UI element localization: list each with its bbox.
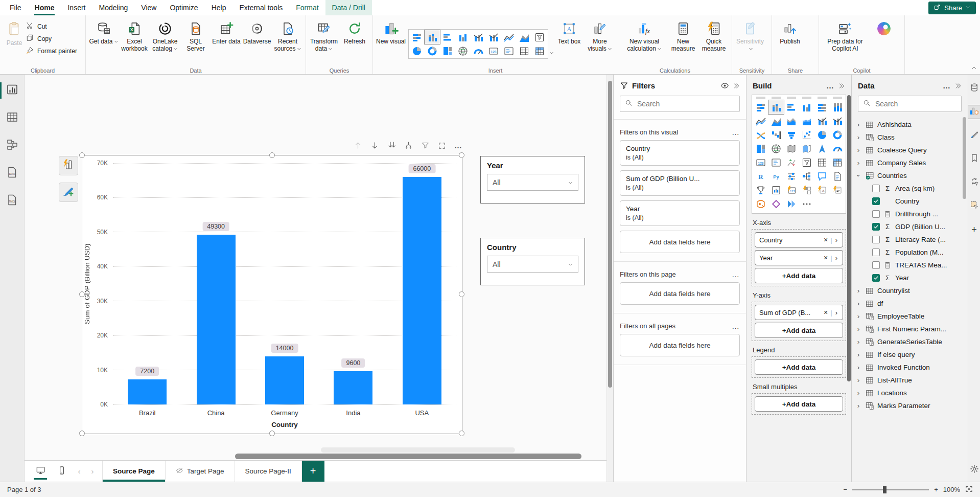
prev-page-arrow[interactable]: ‹ [73, 461, 86, 482]
filter-section-more-icon[interactable]: … [732, 270, 740, 279]
visual-text-slicer-icon[interactable]: A [814, 183, 830, 197]
visual-r-script-visual-icon[interactable]: R [753, 169, 768, 183]
format-visual-button[interactable] [59, 183, 78, 202]
collapse-filters-pane-icon[interactable] [733, 82, 740, 89]
insert-visual-card-icon[interactable]: 123 [486, 44, 501, 58]
text-box-button[interactable]: AText box [554, 19, 585, 46]
visual-line-and-clustered-column-chart-icon[interactable] [830, 114, 845, 128]
field-row-drillthrough[interactable]: Drillthrough ... [855, 208, 968, 220]
new-page-button[interactable]: + [302, 461, 324, 482]
slicer-year[interactable]: YearAll [480, 156, 585, 204]
double-arrow-down-icon[interactable] [387, 141, 396, 150]
page-tab-target-page[interactable]: Target Page [166, 461, 235, 482]
collapse-ribbon-icon[interactable] [971, 64, 977, 73]
build-pane-scrollbar[interactable] [847, 95, 851, 381]
page-tab-source-page-ii[interactable]: Source Page-II [235, 461, 302, 482]
table-row-employeetable[interactable]: ›EmployeeTable [855, 310, 968, 323]
add-data-button[interactable]: +Add data [755, 359, 843, 375]
eye-icon[interactable] [720, 81, 729, 90]
zoom-out-button[interactable]: − [844, 486, 848, 493]
zoom-slider-thumb[interactable] [883, 486, 886, 493]
visual-gauge-icon[interactable] [830, 142, 845, 155]
field-row-year[interactable]: ΣYear [855, 272, 968, 284]
menu-tab-external-tools[interactable]: External tools [232, 0, 289, 15]
bar-brazil[interactable] [128, 379, 167, 404]
insert-visual-line-and-stacked-column-chart-icon[interactable] [471, 30, 486, 44]
table-row-generateseriestable[interactable]: ›GenerateSeriesTable [855, 335, 968, 348]
insert-visual-matrix-icon[interactable] [532, 44, 547, 58]
table-row-countrylist[interactable]: ›Countrylist [855, 284, 968, 297]
bookmark-pane-button[interactable] [968, 152, 980, 166]
build-pane-more-icon[interactable]: … [826, 81, 834, 90]
visual-get-more-visuals-icon[interactable] [799, 197, 814, 211]
filter-card-country[interactable]: Countryis (All) [620, 140, 740, 166]
expand-icon[interactable]: › [855, 287, 862, 295]
expand-icon[interactable]: › [855, 338, 862, 346]
add-pane-pane-button[interactable]: + [968, 223, 980, 236]
dataverse-button[interactable]: Dataverse [242, 19, 272, 46]
table-row-if-else-query[interactable]: ›If else query [855, 348, 968, 361]
selection-handle[interactable] [79, 152, 85, 158]
fit-to-page-icon[interactable] [965, 485, 973, 494]
zoom-slider[interactable] [852, 489, 929, 490]
field-options-icon[interactable]: › [832, 309, 838, 317]
data-search-input[interactable] [874, 99, 969, 108]
checkbox-checked[interactable] [872, 197, 880, 205]
expand-icon[interactable]: › [855, 402, 862, 410]
table-row-countries[interactable]: ›Countries [855, 169, 968, 182]
add-data-fields-dropzone[interactable]: Add data fields here [620, 231, 740, 253]
checkbox-unchecked[interactable] [872, 185, 880, 192]
table-row-marks-parameter[interactable]: ›Marks Parameter [855, 399, 968, 412]
menu-tab-home[interactable]: Home [28, 0, 61, 15]
expand-icon[interactable]: › [855, 300, 862, 307]
copy-button[interactable]: Copy [26, 33, 77, 44]
menu-tab-data-drill[interactable]: Data / Drill [325, 0, 372, 15]
visual-power-bi-report-icon[interactable] [768, 183, 784, 197]
insert-visual-stacked-bar-chart-icon[interactable] [409, 30, 425, 44]
insert-visual-slicer-icon[interactable] [532, 30, 547, 44]
focus-mode-icon[interactable] [438, 142, 446, 150]
checkbox-checked[interactable] [872, 274, 880, 282]
selection-handle[interactable] [79, 291, 85, 297]
expand-icon[interactable]: › [855, 146, 862, 154]
filter-card-sum-of-gdp-billion-u[interactable]: Sum of GDP (Billion U...is (All) [620, 170, 740, 196]
table-row-invoked-function[interactable]: ›Invoked Function [855, 361, 968, 374]
insert-visual-clustered-column-chart-icon[interactable] [455, 30, 471, 44]
visual-list-slicer-icon[interactable] [830, 183, 845, 197]
filter-section-more-icon[interactable]: … [732, 128, 740, 137]
insert-visual-stacked-column-chart-icon[interactable] [425, 30, 440, 44]
visual-treemap-icon[interactable] [753, 142, 768, 155]
field-row-country[interactable]: Country [855, 195, 968, 208]
visual-stacked-area-chart-icon[interactable] [784, 114, 799, 128]
build-visual-pane-button[interactable] [968, 105, 980, 119]
sidebar-model-view-button[interactable] [0, 137, 25, 154]
slicer-dropdown[interactable]: All [487, 174, 578, 191]
visual-azure-map-icon[interactable] [814, 142, 830, 155]
menu-tab-file[interactable]: File [3, 0, 28, 15]
sidebar-tmdl-view-button[interactable]: TMDL [0, 192, 25, 210]
arrow-down-icon[interactable] [370, 141, 379, 150]
canvas-vertical-scrollbar[interactable] [606, 75, 613, 482]
selection-handle[interactable] [459, 291, 464, 297]
visual-key-influencers-icon[interactable] [784, 169, 799, 183]
visual-stacked-column-chart-icon[interactable] [768, 100, 784, 114]
data-pane-more-icon[interactable]: … [943, 81, 951, 90]
insert-visual-donut-chart-icon[interactable] [425, 44, 440, 58]
get-data-button[interactable]: Get data [88, 19, 119, 46]
add-data-button[interactable]: +Add data [755, 268, 843, 283]
expand-icon[interactable]: › [855, 133, 862, 141]
paste-button[interactable]: Paste [3, 19, 26, 47]
visual-waterfall-chart-icon[interactable] [768, 128, 784, 142]
visual-card-icon[interactable]: 123 [753, 155, 768, 169]
visual-arcgis-map-icon[interactable] [753, 197, 768, 211]
recent-sources-button[interactable]: Recent sources [272, 19, 303, 53]
mobile-view-button[interactable] [51, 461, 73, 482]
visual-power-automate-icon[interactable] [784, 197, 799, 211]
data-search[interactable] [858, 96, 962, 112]
expand-icon[interactable]: › [855, 376, 862, 384]
visual-100-stacked-area-chart-icon[interactable] [799, 114, 814, 128]
refresh-button[interactable]: Refresh [339, 19, 370, 46]
visual-pie-chart-icon[interactable] [814, 128, 830, 142]
excel-workbook-button[interactable]: XExcel workbook [119, 19, 150, 53]
visual-metrics-icon[interactable] [753, 183, 768, 197]
